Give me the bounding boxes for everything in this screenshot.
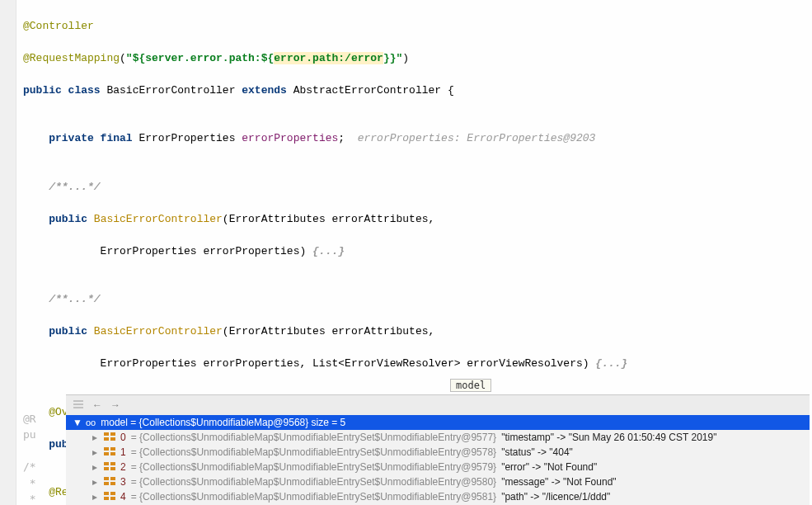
svg-rect-18: [110, 482, 115, 485]
chevron-right-icon[interactable]: ▸: [91, 461, 99, 473]
svg-rect-7: [104, 447, 109, 451]
svg-rect-9: [104, 452, 109, 455]
debug-variables-panel[interactable]: ← → ▼ oo model = {Collections$Unmodifiab…: [66, 394, 810, 505]
svg-rect-12: [110, 462, 115, 465]
chevron-right-icon[interactable]: ▸: [91, 432, 99, 443]
chevron-down-icon[interactable]: ▼: [73, 417, 81, 428]
map-entry-icon: [104, 432, 115, 442]
svg-rect-21: [104, 497, 109, 500]
debug-variable-row[interactable]: ▸3 = {Collections$UnmodifiableMap$Unmodi…: [66, 474, 810, 489]
inline-debug-value: errorProperties: ErrorProperties@9203: [358, 132, 596, 144]
hover-tooltip: model: [450, 379, 491, 392]
svg-rect-22: [110, 497, 115, 500]
annotation: @Controller: [23, 20, 94, 32]
svg-rect-2: [73, 407, 83, 408]
svg-rect-13: [104, 467, 109, 470]
svg-rect-6: [110, 437, 115, 441]
svg-rect-16: [110, 477, 115, 480]
debug-variable-row[interactable]: ▸2 = {Collections$UnmodifiableMap$Unmodi…: [66, 460, 810, 474]
svg-rect-3: [104, 432, 109, 436]
svg-rect-19: [104, 492, 109, 495]
debug-root-variable[interactable]: ▼ oo model = {Collections$UnmodifiableMa…: [66, 415, 810, 430]
map-entry-icon: [104, 492, 115, 502]
chevron-right-icon[interactable]: ▸: [91, 446, 99, 458]
svg-rect-11: [104, 462, 109, 465]
map-entry-icon: [104, 462, 115, 472]
debug-variable-row[interactable]: ▸0 = {Collections$UnmodifiableMap$Unmodi…: [66, 430, 810, 445]
back-icon[interactable]: ←: [92, 399, 102, 411]
svg-rect-0: [73, 400, 83, 402]
editor-gutter[interactable]: [0, 0, 16, 505]
svg-rect-4: [110, 432, 115, 436]
map-entry-icon: [104, 447, 115, 457]
chevron-right-icon[interactable]: ▸: [91, 476, 99, 488]
svg-rect-8: [110, 447, 115, 451]
stack-icon[interactable]: [73, 399, 84, 412]
chevron-right-icon[interactable]: ▸: [91, 491, 99, 503]
svg-rect-20: [110, 492, 115, 495]
svg-rect-1: [73, 404, 83, 405]
svg-rect-10: [110, 452, 115, 455]
debug-variable-row[interactable]: ▸4 = {Collections$UnmodifiableMap$Unmodi…: [66, 489, 810, 504]
map-entry-icon: [104, 477, 115, 487]
svg-rect-17: [104, 482, 109, 485]
debug-variable-row[interactable]: ▸1 = {Collections$UnmodifiableMap$Unmodi…: [66, 445, 810, 460]
debug-toolbar[interactable]: ← →: [66, 395, 810, 415]
svg-rect-15: [104, 477, 109, 480]
svg-rect-5: [104, 437, 109, 441]
background-faded-code: @R pu /* * * * *: [23, 394, 66, 505]
forward-icon[interactable]: →: [110, 399, 120, 411]
annotation: @RequestMapping: [23, 52, 120, 64]
svg-rect-14: [110, 467, 115, 470]
